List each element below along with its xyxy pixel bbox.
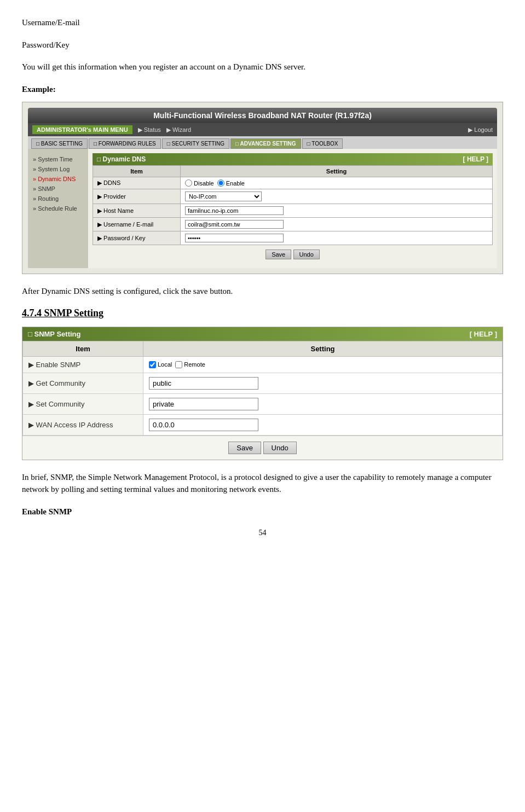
- snmp-remote-checkbox[interactable]: [175, 361, 182, 368]
- snmp-row-label-get: ▶ Get Community: [23, 373, 143, 393]
- info-text: You will get this information when you r…: [22, 61, 503, 73]
- router-nav: ADMINISTRATOR's MAIN MENU ▶ Status ▶ Wiz…: [28, 123, 497, 136]
- snmp-local-checkbox-label: Local: [149, 361, 172, 368]
- sidebar-system-time: » System Time: [31, 154, 85, 164]
- panel-title-bar: □ Dynamic DNS [ HELP ]: [93, 153, 493, 165]
- snmp-remote-checkbox-label: Remote: [175, 361, 205, 368]
- sidebar-snmp: » SNMP: [31, 184, 85, 194]
- snmp-local-label: Local: [158, 361, 172, 368]
- table-row: ▶ Password / Key: [93, 231, 493, 245]
- snmp-col-item: Item: [23, 341, 143, 356]
- row-label-password: ▶ Password / Key: [93, 231, 181, 245]
- radio-disable: Disable: [185, 179, 214, 187]
- table-row: ▶ Host Name: [93, 204, 493, 218]
- router-title: Multi-Functional Wireless Broadband NAT …: [28, 108, 497, 123]
- row-label-ddns: ▶ DDNS: [93, 177, 181, 189]
- table-row: ▶ WAN Access IP Address: [23, 414, 503, 435]
- password-input[interactable]: [185, 234, 284, 242]
- wizard-link: ▶ Wizard: [166, 126, 191, 134]
- password-label: Password/Key: [22, 39, 503, 51]
- snmp-heading: 4.7.4 SNMP Setting: [22, 308, 503, 319]
- snmp-local-checkbox[interactable]: [149, 361, 156, 368]
- example-label: Example:: [22, 83, 503, 96]
- inner-content: » System Time » System Log » Dynamic DNS…: [28, 149, 497, 268]
- tab-toolbox: □ TOOLBOX: [302, 138, 343, 149]
- table-row: ▶ Username / E-mail: [93, 218, 493, 231]
- sidebar-routing: » Routing: [31, 194, 85, 204]
- sidebar-system-log: » System Log: [31, 164, 85, 174]
- snmp-help: [ HELP ]: [470, 330, 497, 338]
- snmp-section: □ SNMP Setting [ HELP ] Item Setting ▶ E…: [22, 327, 503, 460]
- sidebar-nav: » System Time » System Log » Dynamic DNS…: [28, 149, 88, 268]
- snmp-undo-button[interactable]: Undo: [263, 442, 297, 454]
- settings-table: Item Setting ▶ DDNS Disable: [93, 165, 493, 245]
- provider-select[interactable]: No-IP.com: [185, 192, 262, 201]
- snmp-row-label-set: ▶ Set Community: [23, 393, 143, 414]
- row-label-hostname: ▶ Host Name: [93, 204, 181, 218]
- snmp-table: Item Setting ▶ Enable SNMP Local Remote: [22, 341, 503, 436]
- wan-ip-input[interactable]: [149, 419, 258, 431]
- row-setting-hostname: [181, 204, 493, 218]
- table-row: ▶ Get Community: [23, 373, 503, 393]
- table-row: ▶ Provider No-IP.com: [93, 189, 493, 204]
- snmp-row-setting-get: [143, 373, 503, 393]
- help-label: [ HELP ]: [463, 155, 488, 163]
- username-label: Username/E-mail: [22, 16, 503, 29]
- table-row: ▶ Set Community: [23, 393, 503, 414]
- hostname-input[interactable]: [185, 206, 284, 215]
- main-menu-label: ADMINISTRATOR's MAIN MENU: [32, 125, 132, 134]
- row-label-provider: ▶ Provider: [93, 189, 181, 204]
- row-label-username: ▶ Username / E-mail: [93, 218, 181, 231]
- after-text: After Dynamic DNS setting is configured,…: [22, 285, 503, 298]
- snmp-col-setting: Setting: [143, 341, 503, 356]
- undo-button[interactable]: Undo: [293, 250, 320, 259]
- radio-enable: Enable: [217, 179, 245, 187]
- set-community-input[interactable]: [149, 398, 258, 410]
- snmp-btn-row: Save Undo: [22, 436, 503, 460]
- tab-security: □ SECURITY SETTING: [162, 138, 229, 149]
- table-row: ▶ Enable SNMP Local Remote: [23, 356, 503, 373]
- router-screenshot: Multi-Functional Wireless Broadband NAT …: [22, 102, 503, 274]
- col-setting: Setting: [181, 166, 493, 177]
- tab-forwarding: □ FORWARDING RULES: [89, 138, 161, 149]
- main-panel: □ Dynamic DNS [ HELP ] Item Setting ▶ DD…: [88, 149, 497, 268]
- table-row: ▶ DDNS Disable Enable: [93, 177, 493, 189]
- username-input[interactable]: [185, 220, 284, 229]
- save-button[interactable]: Save: [266, 250, 291, 259]
- row-setting-ddns: Disable Enable: [181, 177, 493, 189]
- tab-advanced: □ ADVANCED SETTING: [230, 138, 301, 149]
- snmp-row-setting-enable: Local Remote: [143, 356, 503, 373]
- screenshot-btn-row: Save Undo: [93, 245, 493, 264]
- snmp-row-label-enable: ▶ Enable SNMP: [23, 356, 143, 373]
- row-setting-username: [181, 218, 493, 231]
- tab-bar: □ BASIC SETTING □ FORWARDING RULES □ SEC…: [28, 136, 497, 149]
- sidebar-schedule: » Schedule Rule: [31, 204, 85, 213]
- snmp-row-setting-set: [143, 393, 503, 414]
- snmp-remote-label: Remote: [184, 361, 205, 368]
- sidebar-dynamic-dns: » Dynamic DNS: [31, 174, 85, 184]
- get-community-input[interactable]: [149, 377, 258, 390]
- snmp-save-button[interactable]: Save: [228, 442, 261, 454]
- col-item: Item: [93, 166, 181, 177]
- nav-links: ▶ Status ▶ Wizard: [138, 126, 192, 134]
- status-link: ▶ Status: [138, 126, 161, 134]
- enable-snmp-label: Enable SNMP: [22, 506, 503, 518]
- snmp-title: □ SNMP Setting: [28, 330, 80, 338]
- brief-text: In brief, SNMP, the Simple Network Manag…: [22, 471, 503, 496]
- row-setting-provider: No-IP.com: [181, 189, 493, 204]
- logout-link: ▶ Logout: [468, 126, 493, 134]
- tab-basic: □ BASIC SETTING: [31, 138, 88, 149]
- row-setting-password: [181, 231, 493, 245]
- panel-title: □ Dynamic DNS: [97, 155, 146, 163]
- snmp-row-setting-wan: [143, 414, 503, 435]
- snmp-row-label-wan: ▶ WAN Access IP Address: [23, 414, 143, 435]
- snmp-title-bar: □ SNMP Setting [ HELP ]: [22, 327, 503, 341]
- page-number: 54: [22, 529, 503, 537]
